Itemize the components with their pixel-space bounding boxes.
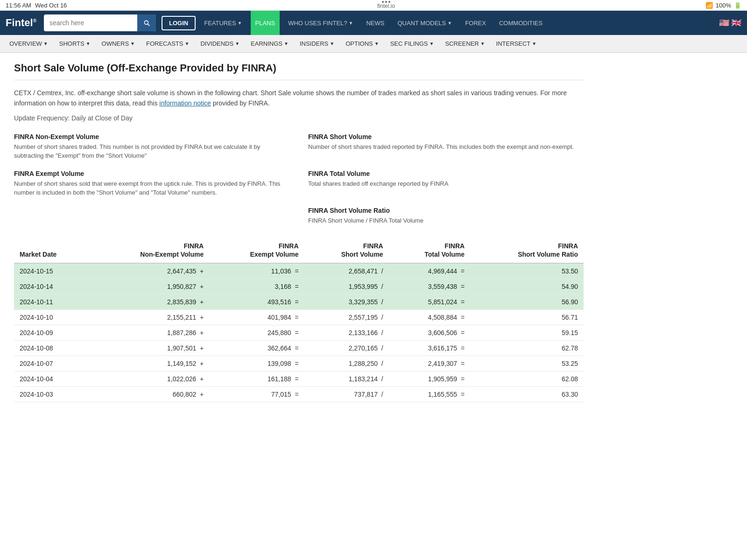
nav-item-quant[interactable]: QUANT MODELS ▼ [393, 11, 457, 35]
cell-date: 2024-10-07 [14, 356, 91, 371]
chevron-down-icon: ▼ [480, 41, 485, 46]
battery-text: 100% [716, 2, 731, 9]
cell-short: 2,133,166 / [304, 325, 389, 340]
nav-item-news[interactable]: NEWS [361, 11, 389, 35]
nav-item-forex[interactable]: FOREX [460, 11, 491, 35]
nav-forecasts[interactable]: FORECASTS ▼ [141, 35, 195, 53]
nav-sec-filings[interactable]: SEC FILINGS ▼ [385, 35, 440, 53]
table-row: 2024-10-11 2,835,839 + 493,516 = 3,329,3… [14, 294, 584, 309]
nav-owners[interactable]: OWNERS ▼ [96, 35, 141, 53]
chevron-down-icon: ▼ [330, 41, 334, 46]
cell-exempt: 139,098 = [209, 356, 304, 371]
nav-item-features[interactable]: FEATURES ▼ [199, 11, 247, 35]
nav-earnings[interactable]: EARNINGS ▼ [245, 35, 294, 53]
logo[interactable]: Fintel® [6, 17, 36, 29]
table-row: 2024-10-15 2,647,435 + 11,036 = 2,658,47… [14, 263, 584, 279]
search-box [44, 14, 156, 31]
nav-shorts[interactable]: SHORTS ▼ [54, 35, 96, 53]
cell-short: 3,329,355 / [304, 294, 389, 309]
cell-exempt: 3,168 = [209, 279, 304, 294]
cell-non-exempt: 2,647,435 + [91, 263, 209, 279]
nav-options[interactable]: OPTIONS ▼ [340, 35, 384, 53]
search-input[interactable] [44, 19, 137, 27]
cell-ratio: 63.30 [470, 386, 584, 402]
cell-short: 2,557,195 / [304, 309, 389, 325]
definitions-grid: FINRA Non-Exempt Volume Number of short … [14, 133, 584, 225]
short-sale-table: Market Date FINRA Non-Exempt Volume FINR… [14, 238, 584, 402]
cell-date: 2024-10-03 [14, 386, 91, 402]
search-icon [143, 19, 150, 27]
wifi-icon: 📶 [705, 2, 713, 9]
table-row: 2024-10-04 1,022,026 + 161,188 = 1,183,2… [14, 371, 584, 386]
nav-screener[interactable]: SCREENER ▼ [439, 35, 490, 53]
cell-non-exempt: 660,802 + [91, 386, 209, 402]
table-row: 2024-10-09 1,887,286 + 245,880 = 2,133,1… [14, 325, 584, 340]
nav-item-commodities[interactable]: COMMODITIES [494, 11, 547, 35]
search-button[interactable] [137, 14, 156, 31]
cell-ratio: 62.78 [470, 340, 584, 356]
login-button[interactable]: LOGIN [162, 16, 196, 30]
table-row: 2024-10-07 1,149,152 + 139,098 = 1,288,2… [14, 356, 584, 371]
cell-exempt: 77,015 = [209, 386, 304, 402]
cell-exempt: 362,664 = [209, 340, 304, 356]
chevron-down-icon: ▼ [235, 41, 240, 46]
def-exempt-volume: FINRA Exempt Volume Number of short shar… [14, 170, 289, 197]
nav-intersect[interactable]: INTERSECT ▼ [491, 35, 543, 53]
cell-total: 4,969,444 = [389, 263, 470, 279]
table-row: 2024-10-03 660,802 + 77,015 = 737,817 / … [14, 386, 584, 402]
page-description: CETX / Cemtrex, Inc. off-exchange short … [14, 88, 584, 109]
cell-non-exempt: 1,887,286 + [91, 325, 209, 340]
table-header-row: Market Date FINRA Non-Exempt Volume FINR… [14, 238, 584, 263]
url-bar[interactable]: fintel.io [377, 1, 395, 9]
cell-exempt: 493,516 = [209, 294, 304, 309]
nav-item-who-uses[interactable]: WHO USES FINTEL? ▼ [283, 11, 358, 35]
cell-date: 2024-10-08 [14, 340, 91, 356]
main-content: Short Sale Volume (Off-Exchange Provided… [0, 53, 598, 412]
col-header-date: Market Date [14, 238, 91, 263]
cell-total: 3,616,175 = [389, 340, 470, 356]
cell-short: 737,817 / [304, 386, 389, 402]
def-short-volume: FINRA Short Volume Number of short share… [308, 133, 584, 161]
nav-dividends[interactable]: DIVIDENDS ▼ [195, 35, 245, 53]
col-header-short: FINRA Short Volume [304, 238, 389, 263]
chevron-down-icon: ▼ [238, 21, 242, 26]
cell-total: 1,905,959 = [389, 371, 470, 386]
cell-non-exempt: 1,907,501 + [91, 340, 209, 356]
cell-date: 2024-10-10 [14, 309, 91, 325]
page-title: Short Sale Volume (Off-Exchange Provided… [14, 62, 584, 80]
col-header-ratio: FINRA Short Volume Ratio [470, 238, 584, 263]
nav-insiders[interactable]: INSIDERS ▼ [294, 35, 340, 53]
cell-non-exempt: 2,155,211 + [91, 309, 209, 325]
cell-exempt: 245,880 = [209, 325, 304, 340]
cell-non-exempt: 1,022,026 + [91, 371, 209, 386]
cell-short: 1,183,214 / [304, 371, 389, 386]
col-header-non-exempt: FINRA Non-Exempt Volume [91, 238, 209, 263]
date-display: Wed Oct 16 [35, 2, 67, 9]
cell-ratio: 62.08 [470, 371, 584, 386]
nav-item-plans[interactable]: PLANS [251, 11, 280, 35]
cell-date: 2024-10-04 [14, 371, 91, 386]
cell-ratio: 56.71 [470, 309, 584, 325]
flag-icons: 🇺🇸 🇬🇧 [719, 18, 741, 28]
status-bar: 11:56 AM Wed Oct 16 fintel.io 📶 100% 🔋 [0, 0, 747, 11]
chevron-down-icon: ▼ [43, 41, 48, 46]
chevron-down-icon: ▼ [532, 41, 536, 46]
col-header-total: FINRA Total Volume [389, 238, 470, 263]
cell-non-exempt: 1,950,827 + [91, 279, 209, 294]
def-empty [14, 207, 289, 225]
cell-non-exempt: 2,835,839 + [91, 294, 209, 309]
table-row: 2024-10-14 1,950,827 + 3,168 = 1,953,995… [14, 279, 584, 294]
cell-ratio: 56.90 [470, 294, 584, 309]
cell-date: 2024-10-11 [14, 294, 91, 309]
chevron-down-icon: ▼ [447, 21, 452, 26]
cell-short: 1,288,250 / [304, 356, 389, 371]
information-notice-link[interactable]: information notice [159, 99, 211, 107]
second-nav: OVERVIEW ▼ SHORTS ▼ OWNERS ▼ FORECASTS ▼… [0, 35, 747, 53]
cell-ratio: 59.15 [470, 325, 584, 340]
table-row: 2024-10-10 2,155,211 + 401,984 = 2,557,1… [14, 309, 584, 325]
cell-date: 2024-10-09 [14, 325, 91, 340]
cell-short: 1,953,995 / [304, 279, 389, 294]
def-ratio: FINRA Short Volume Ratio FINRA Short Vol… [308, 207, 584, 225]
chevron-down-icon: ▼ [184, 41, 189, 46]
nav-overview[interactable]: OVERVIEW ▼ [4, 35, 54, 53]
